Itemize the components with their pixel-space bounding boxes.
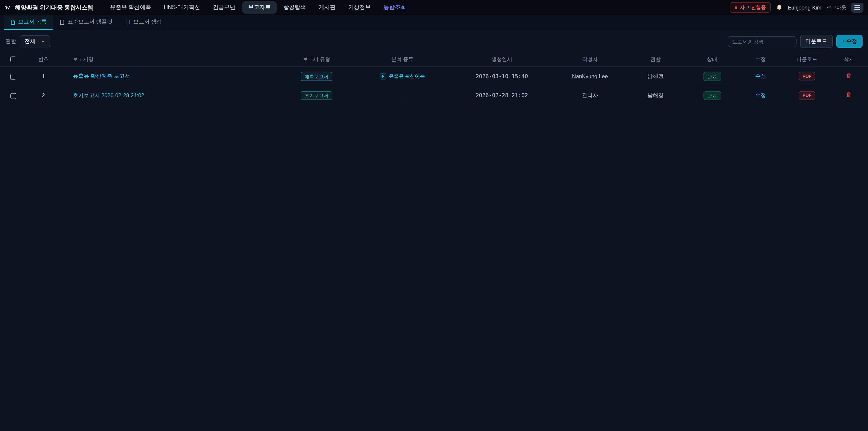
status-badge: 완료 [703, 72, 721, 81]
col-header-created: 생성일시 [447, 53, 556, 67]
topbar-right: 사고 진행중 Eunjeong Kim 로그아웃 [730, 2, 864, 13]
top-nav-bar: 해양환경 위기대응 통합시스템 유출유 확산예측 HNS·대기확산 긴급구난 보… [0, 0, 868, 15]
report-type-badge: 초기보고서 [301, 91, 333, 100]
trash-icon [846, 92, 852, 98]
brand-logo-icon [4, 4, 12, 11]
trash-icon [846, 73, 852, 79]
author: 관리자 [556, 86, 624, 105]
report-tabs: 보고서 목록 표준보고서 템플릿 보고서 생성 [0, 15, 868, 30]
col-header-edit: 수정 [737, 53, 784, 67]
edit-link[interactable]: 수정 [755, 73, 766, 79]
created-at: 2026-03-10 15:40 [447, 67, 556, 86]
app-root: 해양환경 위기대응 통합시스템 유출유 확산예측 HNS·대기확산 긴급구난 보… [0, 0, 868, 431]
jurisdiction-label: 관할 [5, 37, 16, 45]
edit-link[interactable]: 수정 [755, 92, 766, 98]
tab-report-create[interactable]: 보고서 생성 [119, 15, 168, 30]
brand-title: 해양환경 위기대응 통합시스템 [15, 3, 93, 11]
delete-button[interactable] [846, 73, 852, 79]
logout-button[interactable]: 로그아웃 [827, 4, 846, 11]
pdf-download-badge[interactable]: PDF [799, 72, 815, 81]
nav-item-board[interactable]: 게시판 [313, 1, 342, 13]
created-at: 2026-02-28 21:02 [447, 86, 556, 105]
incident-status-label: 사고 진행중 [740, 4, 766, 11]
col-header-delete: 삭제 [830, 53, 868, 67]
table-row: 2 초기보고서 2026-02-28 21:02 초기보고서 - 2026-02… [0, 86, 868, 105]
analysis-type: - [401, 92, 403, 99]
filter-bar: 관할 전체 다운로드 + 수정 [0, 30, 868, 52]
table-row: 1 유출유 확산예측 보고서 예측보고서 유출유 확산예측 2026-03-10… [0, 67, 868, 86]
col-header-name: 보고서명 [61, 53, 276, 67]
create-report-button[interactable]: + 수정 [836, 35, 863, 48]
incident-dot-icon [735, 6, 737, 9]
jurisdiction: 남해청 [624, 86, 687, 105]
brand[interactable]: 해양환경 위기대응 통합시스템 [4, 3, 93, 11]
tab-standard-template-label: 표준보고서 템플릿 [68, 18, 113, 26]
pdf-download-badge[interactable]: PDF [799, 91, 815, 100]
nav-item-emergency-rescue[interactable]: 긴급구난 [207, 1, 241, 13]
nav-item-aerial-search[interactable]: 항공탐색 [278, 1, 312, 13]
nav-item-report-data[interactable]: 보고자료 [242, 1, 277, 13]
report-type-badge: 예측보고서 [301, 72, 333, 81]
col-header-download: 다운로드 [784, 53, 830, 67]
chevron-down-icon [41, 39, 46, 44]
tab-report-list-icon [10, 19, 16, 25]
row-checkbox[interactable] [10, 93, 16, 99]
nav-item-oil-spill-prediction[interactable]: 유출유 확산예측 [104, 1, 157, 13]
jurisdiction-select[interactable]: 전체 [20, 35, 50, 48]
tab-template-icon [59, 19, 65, 25]
col-header-num: 번호 [26, 53, 61, 67]
analysis-droplet-icon [380, 73, 386, 80]
tab-report-list-label: 보고서 목록 [18, 18, 47, 26]
col-header-analysis: 분석 종류 [357, 53, 447, 67]
jurisdiction: 남해청 [624, 67, 687, 86]
table-header-row: 번호 보고서명 보고서 유형 분석 종류 생성일시 작성자 관할 상태 수정 다… [0, 53, 868, 67]
notification-bell-icon[interactable] [776, 4, 783, 11]
jurisdiction-select-value: 전체 [24, 37, 35, 45]
col-header-jurisdiction: 관할 [624, 53, 687, 67]
incident-status-badge: 사고 진행중 [730, 2, 771, 13]
analysis-type: 유출유 확산예측 [380, 73, 425, 80]
nav-item-hns-air-diffusion[interactable]: HNS·대기확산 [158, 1, 206, 13]
status-badge: 완료 [703, 91, 721, 100]
col-header-type: 보고서 유형 [276, 53, 357, 67]
tab-create-icon [125, 19, 130, 25]
report-name-link[interactable]: 유출유 확산예측 보고서 [73, 73, 130, 79]
row-number: 2 [26, 86, 61, 105]
report-name-link[interactable]: 초기보고서 2026-02-28 21:02 [73, 92, 144, 98]
main-nav: 유출유 확산예측 HNS·대기확산 긴급구난 보고자료 항공탐색 게시판 기상정… [104, 1, 412, 13]
col-header-status: 상태 [687, 53, 737, 67]
col-header-author: 작성자 [556, 53, 624, 67]
analysis-type-label: 유출유 확산예측 [389, 73, 425, 80]
download-button[interactable]: 다운로드 [800, 35, 833, 48]
nav-item-weather-info[interactable]: 기상정보 [342, 1, 377, 13]
delete-button[interactable] [846, 92, 852, 98]
row-number: 1 [26, 67, 61, 86]
row-checkbox[interactable] [10, 74, 16, 80]
report-table: 번호 보고서명 보고서 유형 분석 종류 생성일시 작성자 관할 상태 수정 다… [0, 53, 868, 105]
nav-item-integrated-search[interactable]: 통합조회 [378, 1, 412, 13]
tab-standard-template[interactable]: 표준보고서 템플릿 [53, 15, 119, 30]
hamburger-menu-icon [855, 5, 860, 6]
select-all-checkbox[interactable] [10, 57, 16, 62]
user-name: Eunjeong Kim [788, 4, 822, 11]
tab-report-list[interactable]: 보고서 목록 [4, 15, 53, 30]
tab-report-create-label: 보고서 생성 [133, 18, 162, 26]
author: NanKyung Lee [556, 67, 624, 86]
hamburger-menu-button[interactable] [851, 2, 864, 12]
search-input[interactable] [727, 36, 796, 47]
